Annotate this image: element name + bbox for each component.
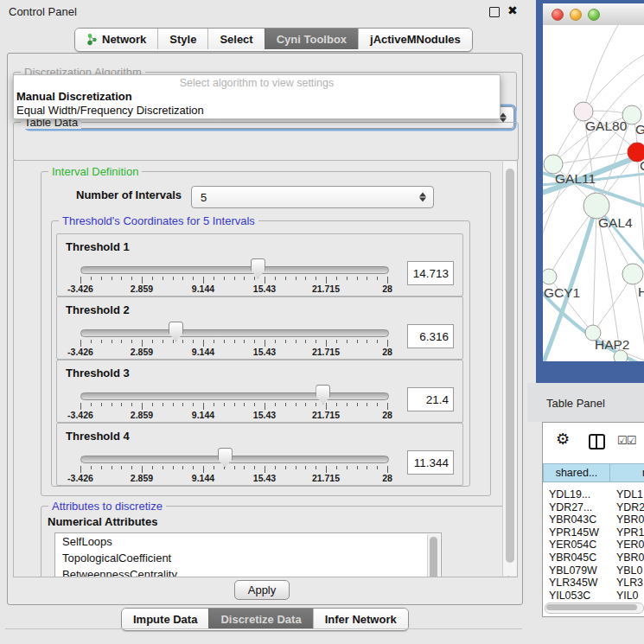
- list-item-selfloops[interactable]: SelfLoops: [55, 533, 441, 550]
- table-row[interactable]: YLR345WYLR3: [543, 577, 644, 590]
- scrollbar-thumb[interactable]: [546, 604, 637, 610]
- bottom-tab-discretize-data[interactable]: Discretize Data: [208, 609, 312, 629]
- table-cell: YDL19...: [543, 488, 610, 501]
- columns-icon[interactable]: [589, 434, 605, 450]
- threshold-slider[interactable]: -3.4262.8599.14415.4321.71528: [80, 424, 387, 485]
- table-cell: YDL1: [610, 488, 644, 501]
- slider-track[interactable]: [80, 456, 389, 463]
- column-header-n[interactable]: n: [610, 463, 644, 482]
- dropdown-placeholder: Select algorithm to view settings: [14, 77, 500, 90]
- algorithm-dropdown-popup: Select algorithm to view settings Manual…: [13, 74, 501, 119]
- slider-tick-labels: -3.4262.8599.14415.4321.71528: [80, 473, 387, 483]
- table-row[interactable]: YER054CYER0: [543, 539, 644, 552]
- table-cell: YBR045C: [543, 552, 610, 564]
- tab-cyni-toolbox[interactable]: Cyni Toolbox: [265, 29, 358, 49]
- cyni-mode-tab-bar: Impute DataDiscretize DataInfer Network: [121, 608, 409, 631]
- tab-network[interactable]: Network: [75, 29, 157, 49]
- bottom-tab-infer-network[interactable]: Infer Network: [313, 609, 408, 629]
- scrollbar-thumb[interactable]: [430, 537, 437, 577]
- table-cell: YBR0: [610, 513, 644, 526]
- panel-scrollbar[interactable]: [502, 162, 517, 576]
- close-traffic-light-icon[interactable]: [552, 9, 564, 21]
- table-panel-title: Table Panel: [546, 397, 605, 410]
- table-row[interactable]: YBL079WYBL0: [543, 564, 644, 577]
- num-intervals-value: 5: [201, 191, 207, 204]
- numerical-attributes-label: Numerical Attributes: [48, 515, 157, 528]
- scrollbar-thumb[interactable]: [506, 169, 514, 563]
- dropdown-option-manual-discretization[interactable]: Manual Discretization: [14, 90, 500, 104]
- table-data-group: Table Data galFiltered.sif default node: [13, 122, 519, 161]
- node-label: GAL4: [598, 215, 633, 230]
- threshold-slider[interactable]: -3.4262.8599.14415.4321.71528: [80, 297, 387, 359]
- zoom-traffic-light-icon[interactable]: [588, 9, 600, 21]
- table-row[interactable]: YIL053CYIL0: [543, 590, 644, 603]
- attributes-group: Attributes to discretize Numerical Attri…: [41, 506, 509, 577]
- float-window-icon[interactable]: [489, 7, 500, 17]
- slider-thumb[interactable]: [316, 385, 330, 405]
- slider-thumb[interactable]: [251, 258, 265, 278]
- table-cell: YDR27...: [543, 501, 610, 514]
- network-window-titlebar[interactable]: [543, 3, 644, 26]
- table-cell: YBL0: [610, 564, 644, 577]
- slider-thumb[interactable]: [218, 448, 233, 468]
- control-panel: Control Panel ✖ NetworkStyleSelectCyni T…: [0, 0, 527, 644]
- list-item-topologicalcoefficient[interactable]: TopologicalCoefficient: [55, 550, 441, 566]
- number-of-intervals-label: Number of Intervals: [76, 188, 182, 201]
- slider-track[interactable]: [80, 329, 389, 337]
- panel-divider: [5, 628, 522, 629]
- table-cell: YER054C: [543, 539, 610, 552]
- slider-track[interactable]: [80, 392, 389, 400]
- table-cell: YBR0: [610, 552, 644, 564]
- threshold-slider[interactable]: -3.4262.8599.14415.4321.71528: [80, 234, 387, 296]
- column-header-shared[interactable]: shared...: [543, 463, 610, 482]
- table-cell: YPR145W: [543, 526, 610, 539]
- table-horizontal-scrollbar[interactable]: [545, 603, 644, 614]
- settings-scroll-panel: Interval Definition Number of Intervals …: [13, 160, 518, 577]
- tab-label: jActiveMNodules: [370, 33, 461, 46]
- numerical-attributes-list[interactable]: SelfLoopsTopologicalCoefficientBetweenne…: [54, 532, 442, 577]
- node-label: G: [635, 122, 644, 137]
- apply-button[interactable]: Apply: [234, 580, 290, 600]
- dropdown-option-equal-width-frequency[interactable]: Equal Width/Frequency Discretization: [14, 104, 500, 118]
- num-intervals-combobox[interactable]: 5: [191, 186, 434, 208]
- slider-tick-labels: -3.4262.8599.14415.4321.71528: [80, 347, 387, 357]
- node-label: C: [640, 158, 644, 173]
- slider-track[interactable]: [80, 266, 389, 274]
- network-canvas[interactable]: GAL80GCGAL11GAL4GCY1HHAP2: [543, 25, 644, 361]
- table-row[interactable]: YBR045CYBR0: [543, 552, 644, 564]
- tab-label: Style: [169, 33, 196, 46]
- threshold-value-field[interactable]: 21.4: [407, 387, 454, 411]
- threshold-panel-2: Threshold 2-3.4262.8599.14415.4321.71528…: [56, 296, 463, 360]
- table-row[interactable]: YBR043CYBR0: [543, 513, 644, 526]
- slider-tick-labels: -3.4262.8599.14415.4321.71528: [80, 284, 387, 294]
- threshold-value-field[interactable]: 11.344: [407, 450, 454, 475]
- table-rows: YDL19...YDL1YDR27...YDR2YBR043CYBR0YPR14…: [543, 488, 644, 602]
- table-header-row: shared...n: [543, 463, 644, 482]
- table-row[interactable]: YPR145WYPR1: [543, 526, 644, 539]
- network-node-h[interactable]: [622, 264, 643, 284]
- node-label: HAP2: [595, 337, 630, 352]
- tab-jactivemnodules[interactable]: jActiveMNodules: [358, 29, 472, 49]
- table-row[interactable]: YDL19...YDL1: [543, 488, 644, 501]
- table-row[interactable]: YDR27...YDR2: [543, 501, 644, 514]
- list-item-betweennesscentrality[interactable]: BetweennessCentrality: [55, 566, 441, 577]
- table-cell: YIL053C: [543, 590, 610, 603]
- attributes-list-scrollbar[interactable]: [427, 534, 440, 577]
- table-cell: YPR1: [610, 526, 644, 539]
- bottom-tab-impute-data[interactable]: Impute Data: [122, 609, 208, 629]
- threshold-value-field[interactable]: 14.713: [407, 261, 454, 285]
- threshold-value-field[interactable]: 6.316: [407, 324, 454, 348]
- minimize-traffic-light-icon[interactable]: [570, 9, 582, 21]
- table-cell: YBL079W: [543, 564, 610, 577]
- tab-select[interactable]: Select: [207, 29, 264, 49]
- network-node-gcy1[interactable]: [543, 269, 557, 284]
- slider-thumb[interactable]: [169, 322, 183, 341]
- gear-icon[interactable]: ⚙: [556, 430, 570, 449]
- node-label: GAL80: [585, 118, 628, 133]
- threshold-slider[interactable]: -3.4262.8599.14415.4321.71528: [80, 360, 387, 422]
- select-columns-checkboxes-icon[interactable]: ☑☑: [617, 434, 635, 447]
- control-panel-titlebar: Control Panel ✖: [0, 0, 527, 22]
- network-graph[interactable]: GAL80GCGAL11GAL4GCY1HHAP2: [543, 25, 644, 361]
- close-icon[interactable]: ✖: [507, 3, 518, 17]
- tab-style[interactable]: Style: [157, 29, 207, 49]
